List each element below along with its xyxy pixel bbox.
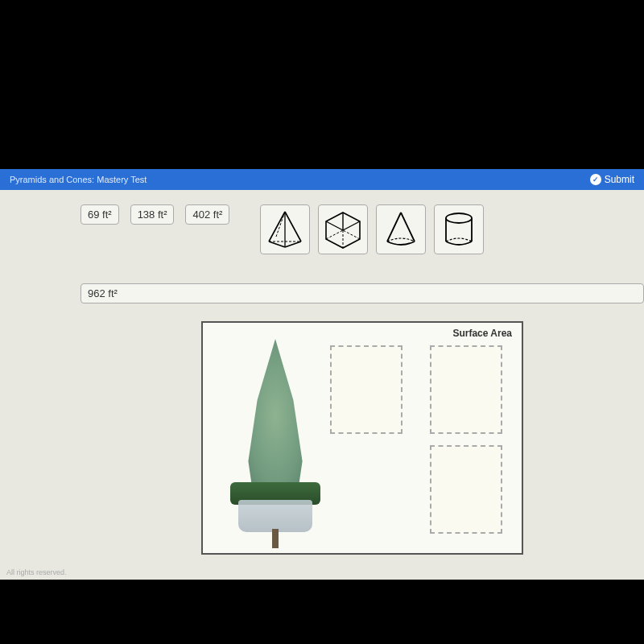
- svg-line-15: [401, 213, 415, 242]
- planter: [238, 500, 312, 532]
- copyright-footer: All rights reserved.: [6, 568, 67, 576]
- svg-line-9: [326, 221, 343, 230]
- trunk: [272, 529, 279, 548]
- topiary-image: [227, 339, 324, 548]
- laptop-bezel-top: [0, 0, 644, 169]
- answer-drop-area: Surface Area: [201, 321, 523, 555]
- value-option-138[interactable]: 138 ft²: [130, 204, 175, 225]
- shape-options: [260, 204, 484, 254]
- value-option-402[interactable]: 402 ft²: [185, 204, 229, 225]
- svg-line-2: [269, 242, 285, 247]
- shape-option-cube[interactable]: [318, 204, 368, 254]
- svg-line-1: [285, 212, 301, 242]
- check-icon: ✓: [590, 174, 601, 185]
- svg-line-0: [269, 212, 285, 242]
- app-header: Pyramids and Cones: Mastery Test ✓ Submi…: [0, 169, 644, 190]
- dropzone-surface-area-1[interactable]: [430, 345, 502, 434]
- svg-line-3: [285, 242, 301, 247]
- draggable-row-2: 962 ft²: [80, 283, 644, 303]
- value-option-962[interactable]: 962 ft²: [80, 283, 644, 303]
- surface-area-label: Surface Area: [452, 328, 512, 339]
- cone-icon: [381, 209, 421, 250]
- submit-label: Submit: [605, 174, 634, 185]
- svg-point-16: [446, 213, 472, 223]
- svg-line-13: [343, 230, 360, 239]
- pyramid-icon: [265, 209, 305, 250]
- shape-option-cone[interactable]: [376, 204, 426, 254]
- tree-crown: [243, 339, 308, 492]
- value-option-69[interactable]: 69 ft²: [80, 204, 119, 225]
- shape-option-pyramid[interactable]: [260, 204, 310, 254]
- cylinder-icon: [439, 209, 479, 250]
- dropzone-surface-area-2[interactable]: [430, 445, 502, 534]
- screen-content: Pyramids and Cones: Mastery Test ✓ Submi…: [0, 169, 644, 580]
- shape-option-cylinder[interactable]: [434, 204, 484, 254]
- lesson-title: Pyramids and Cones: Mastery Test: [10, 175, 147, 184]
- svg-line-12: [326, 230, 343, 239]
- draggable-row-1: 69 ft² 138 ft² 402 ft²: [80, 204, 644, 254]
- svg-line-10: [343, 221, 360, 230]
- laptop-bezel-bottom: [0, 580, 644, 644]
- cube-icon: [323, 209, 363, 250]
- svg-line-14: [387, 213, 401, 242]
- dropzone-shape[interactable]: [330, 345, 402, 434]
- question-content: 69 ft² 138 ft² 402 ft²: [0, 190, 644, 580]
- submit-button[interactable]: ✓ Submit: [590, 174, 634, 185]
